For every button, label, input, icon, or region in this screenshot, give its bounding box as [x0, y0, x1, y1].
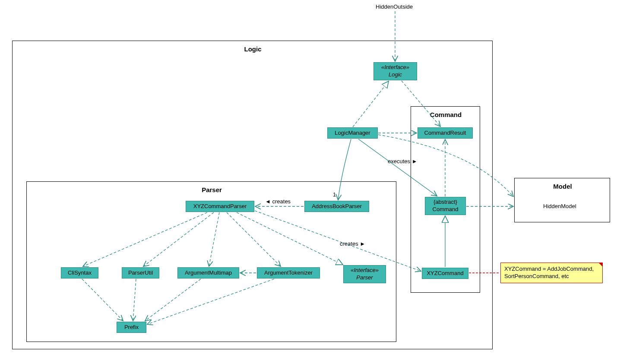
abstract-command-node: {abstract} Command [425, 197, 466, 215]
argument-multimap-node: ArgumentMultimap [177, 267, 239, 279]
model-package: Model [514, 178, 610, 222]
address-book-parser-label: AddressBookParser [312, 203, 362, 210]
parser-interface-name: Parser [356, 274, 373, 282]
logic-manager-node: LogicManager [327, 127, 378, 139]
logic-package-title: Logic [13, 45, 493, 53]
model-package-title: Model [515, 183, 611, 190]
command-result-label: CommandResult [424, 130, 466, 137]
address-book-parser-node: AddressBookParser [304, 201, 369, 212]
argument-tokenizer-label: ArgumentTokenizer [264, 269, 313, 277]
hidden-model-label: HiddenModel [543, 203, 576, 209]
parser-package-title: Parser [27, 186, 397, 193]
parser-interface-stereotype: «Interface» [351, 267, 379, 274]
parser-util-node: ParserUtil [122, 267, 159, 279]
logic-manager-label: LogicManager [335, 130, 370, 137]
logic-interface-name: Logic [389, 71, 402, 79]
prefix-label: Prefix [124, 324, 139, 331]
command-package-title: Command [411, 111, 481, 118]
logic-interface-node: «Interface» Logic [373, 62, 417, 80]
creates-label-1: ◄ creates [265, 198, 291, 205]
parser-util-label: ParserUtil [128, 269, 153, 277]
argument-multimap-label: ArgumentMultimap [185, 269, 232, 277]
abstract-command-name: Command [433, 206, 459, 213]
multiplicity-one: 1 [333, 191, 336, 198]
command-result-node: CommandResult [418, 127, 473, 139]
creates-label-2: creates ► [340, 241, 365, 247]
logic-interface-stereotype: «Interface» [381, 64, 409, 71]
argument-tokenizer-node: ArgumentTokenizer [257, 267, 320, 279]
note-line-2: SortPersonCommand, etc [504, 273, 599, 280]
cli-syntax-node: CliSyntax [61, 267, 98, 279]
xyz-command-parser-node: XYZCommandParser [186, 201, 254, 212]
xyz-command-parser-label: XYZCommandParser [193, 203, 247, 210]
xyz-command-node: XYZCommand [422, 268, 468, 279]
prefix-node: Prefix [117, 322, 146, 333]
xyz-command-note: XYZCommand = AddJobCommand, SortPersonCo… [500, 263, 603, 283]
xyz-command-label: XYZCommand [427, 270, 463, 277]
hidden-outside-label: HiddenOutside [376, 3, 413, 10]
parser-interface-node: «Interface» Parser [343, 265, 386, 283]
abstract-command-stereotype: {abstract} [433, 199, 457, 206]
executes-label: executes ► [388, 158, 418, 165]
note-line-1: XYZCommand = AddJobCommand, [504, 266, 599, 273]
cli-syntax-label: CliSyntax [68, 269, 92, 277]
